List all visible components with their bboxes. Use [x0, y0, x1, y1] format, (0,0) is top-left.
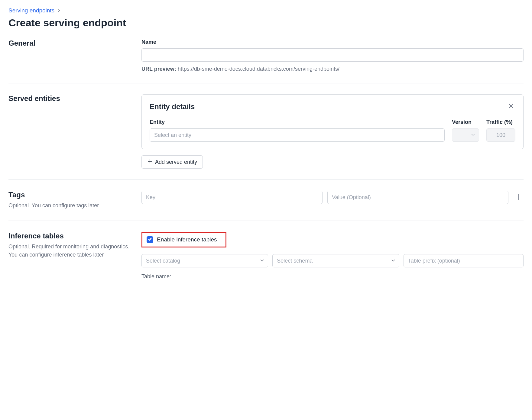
add-tag-button[interactable] [513, 192, 524, 203]
entity-select-placeholder: Select an entity [154, 132, 191, 138]
url-preview: URL preview: https://db-sme-demo-docs.cl… [141, 66, 524, 72]
entity-select[interactable]: Select an entity [150, 128, 445, 142]
schema-select-placeholder: Select schema [277, 258, 313, 264]
section-title-served-entities: Served entities [8, 94, 134, 103]
chevron-right-icon [57, 8, 60, 13]
section-subtitle-tags: Optional. You can configure tags later [8, 202, 134, 210]
entity-label: Entity [150, 119, 445, 125]
enable-inference-tables-highlight: Enable inference tables [141, 232, 226, 247]
plus-icon [515, 194, 522, 201]
chevron-down-icon [391, 258, 395, 264]
url-preview-label: URL preview: [141, 66, 176, 72]
chevron-down-icon [260, 258, 264, 264]
section-subtitle-inference-tables: Optional. Required for monitoring and di… [8, 243, 134, 259]
add-served-entity-button[interactable]: Add served entity [141, 155, 203, 169]
url-preview-value: https://db-sme-demo-docs.cloud.databrick… [178, 66, 339, 72]
plus-icon [147, 159, 153, 166]
page-title: Create serving endpoint [8, 17, 524, 29]
version-label: Version [452, 119, 479, 125]
section-title-general: General [8, 39, 134, 47]
section-title-inference-tables: Inference tables [8, 232, 134, 240]
tag-value-input[interactable] [327, 191, 508, 204]
add-served-entity-label: Add served entity [155, 159, 197, 165]
section-served-entities: Served entities Entity details Entity Se… [8, 94, 524, 180]
name-label: Name [141, 39, 524, 45]
enable-inference-tables-label: Enable inference tables [157, 236, 217, 243]
close-icon [508, 103, 514, 110]
breadcrumb-link-serving-endpoints[interactable]: Serving endpoints [8, 7, 54, 14]
section-general: General Name URL preview: https://db-sme… [8, 39, 524, 83]
name-input[interactable] [141, 48, 524, 62]
schema-select[interactable]: Select schema [272, 254, 399, 267]
chevron-down-icon [471, 132, 475, 138]
section-inference-tables: Inference tables Optional. Required for … [8, 232, 524, 291]
tag-key-input[interactable] [141, 191, 323, 204]
table-prefix-input[interactable] [404, 254, 524, 267]
entity-details-card: Entity details Entity Select an entity V… [141, 94, 524, 149]
section-tags: Tags Optional. You can configure tags la… [8, 191, 524, 221]
table-name-label: Table name: [141, 273, 524, 280]
enable-inference-tables-checkbox[interactable] [147, 236, 153, 243]
traffic-value: 100 [486, 128, 515, 142]
breadcrumb: Serving endpoints [8, 7, 524, 14]
check-icon [148, 237, 152, 242]
catalog-select[interactable]: Select catalog [141, 254, 268, 267]
section-title-tags: Tags [8, 191, 134, 199]
entity-details-title: Entity details [150, 102, 195, 111]
version-select[interactable] [452, 128, 479, 142]
close-entity-button[interactable] [507, 102, 515, 111]
traffic-label: Traffic (%) [486, 119, 515, 125]
catalog-select-placeholder: Select catalog [146, 258, 180, 264]
